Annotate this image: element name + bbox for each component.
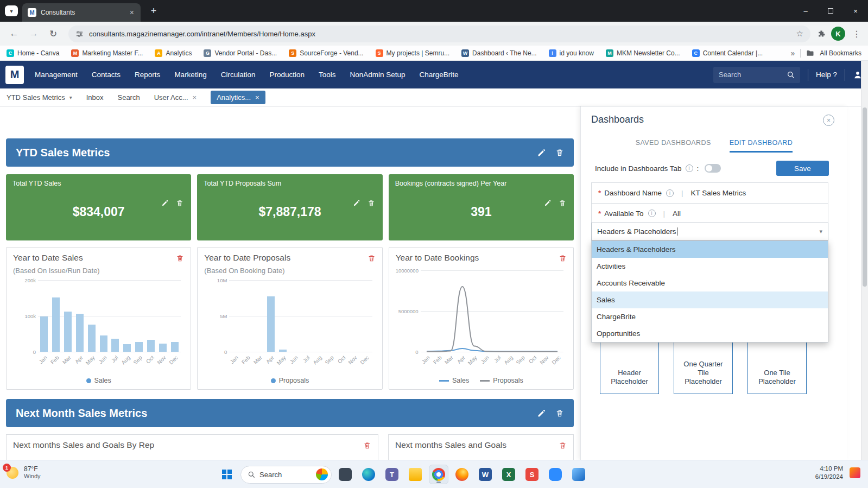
- tab-search-button[interactable]: ▾: [5, 5, 18, 16]
- nav-menu-item[interactable]: Production: [269, 71, 305, 79]
- bookmark-item[interactable]: C Content Calendar |...: [692, 49, 763, 57]
- delete-icon[interactable]: [559, 441, 567, 449]
- weather-widget[interactable]: 1 87°F Windy: [7, 465, 41, 480]
- legend-item[interactable]: Proposals: [271, 377, 309, 384]
- zoom[interactable]: [546, 465, 565, 484]
- field-value[interactable]: KT Sales Metrics: [691, 189, 746, 197]
- firefox[interactable]: [452, 465, 472, 484]
- windows-taskbar: 1 87°F Windy Search: [0, 460, 868, 488]
- field-value[interactable]: All: [673, 210, 681, 218]
- widget-search-combobox[interactable]: Headers & Placeholders ▾: [591, 223, 828, 240]
- tab-close-icon[interactable]: ×: [129, 8, 135, 17]
- tray-app-icon[interactable]: [850, 467, 860, 478]
- microsoft-edge[interactable]: [359, 465, 378, 484]
- app-blue-media[interactable]: [569, 465, 588, 484]
- info-icon[interactable]: i: [666, 189, 674, 197]
- extensions-icon[interactable]: [817, 29, 826, 38]
- scrollbar-thumb[interactable]: [863, 107, 867, 287]
- legend-item[interactable]: Proposals: [480, 377, 523, 384]
- new-tab-button[interactable]: +: [147, 5, 160, 17]
- tab-search[interactable]: Search: [117, 93, 140, 102]
- bookmark-item[interactable]: G Vendor Portal - Das...: [204, 49, 277, 57]
- info-icon[interactable]: i: [648, 210, 656, 217]
- nav-menu-item[interactable]: Contacts: [92, 71, 121, 79]
- address-bar[interactable]: consultants.magazinemanager.com/intranet…: [68, 26, 810, 42]
- save-button[interactable]: Save: [776, 161, 829, 176]
- info-icon[interactable]: i: [686, 164, 693, 172]
- dropdown-option[interactable]: Sales: [592, 291, 828, 308]
- nav-menu-item[interactable]: Marketing: [174, 71, 206, 79]
- bookmark-item[interactable]: C Home - Canva: [7, 49, 59, 57]
- dropdown-option[interactable]: Headers & Placeholders: [592, 241, 828, 258]
- profile-avatar[interactable]: K: [831, 27, 845, 41]
- delete-icon[interactable]: [555, 148, 564, 157]
- bookmark-item[interactable]: i id you know: [549, 49, 594, 57]
- page-scrollbar[interactable]: [861, 61, 868, 460]
- delete-icon[interactable]: [176, 254, 184, 262]
- nav-menu-item[interactable]: ChargeBrite: [420, 71, 459, 79]
- minimize-button[interactable]: –: [793, 0, 818, 22]
- site-info-icon[interactable]: [75, 30, 84, 38]
- bookmark-item[interactable]: S My projects | Semru...: [376, 49, 449, 57]
- microsoft-word[interactable]: W: [476, 465, 495, 484]
- taskbar-search[interactable]: Search: [240, 466, 332, 484]
- dropdown-option[interactable]: Accounts Receivable: [592, 275, 828, 291]
- dashboard-selector-tab[interactable]: YTD Sales Metrics ▾: [7, 93, 72, 102]
- start-button[interactable]: [217, 465, 237, 484]
- bookmark-item[interactable]: A Analytics: [155, 49, 192, 57]
- kpi-tile: Total YTD Proposals Sum $7,887,178: [197, 174, 382, 240]
- forward-button[interactable]: →: [25, 25, 42, 42]
- nav-menu-item[interactable]: Circulation: [221, 71, 256, 79]
- bookmarks-overflow-icon[interactable]: »: [791, 49, 795, 58]
- chevron-down-icon[interactable]: ▾: [819, 228, 822, 235]
- delete-icon[interactable]: [559, 254, 567, 262]
- dropdown-option[interactable]: Activities: [592, 258, 828, 275]
- delete-icon[interactable]: [368, 254, 376, 262]
- dropdown-option[interactable]: Opportunities: [592, 325, 828, 342]
- tab-saved-dashboards[interactable]: SAVED DASHBOARDS: [636, 139, 711, 153]
- tab-inbox[interactable]: Inbox: [86, 93, 104, 102]
- tab-analytics[interactable]: Analytics... ×: [211, 91, 265, 104]
- app-logo[interactable]: M: [5, 66, 24, 84]
- edit-icon[interactable]: [537, 148, 546, 157]
- back-button[interactable]: ←: [5, 25, 23, 42]
- legend-item[interactable]: Sales: [86, 377, 111, 384]
- microsoft-excel[interactable]: X: [499, 465, 518, 484]
- edit-icon[interactable]: [537, 409, 546, 418]
- maximize-button[interactable]: [818, 0, 843, 22]
- delete-icon[interactable]: [363, 441, 371, 449]
- panel-close-icon[interactable]: ×: [823, 115, 834, 126]
- nav-search-input[interactable]: Search: [713, 67, 800, 83]
- clock[interactable]: 4:10 PM 6/19/2024: [815, 465, 843, 481]
- bookmark-item[interactable]: M MKM Newsletter Co...: [606, 49, 680, 57]
- browser-tab[interactable]: M Consultants ×: [22, 3, 141, 22]
- bookmark-item[interactable]: W Dashboard ‹ The Ne...: [461, 49, 537, 57]
- bookmark-star-icon[interactable]: ☆: [796, 29, 803, 39]
- dropdown-option[interactable]: ChargeBrite: [592, 308, 828, 325]
- delete-icon[interactable]: [555, 409, 564, 417]
- include-toggle[interactable]: [705, 164, 721, 173]
- nav-menu-item[interactable]: Tools: [319, 71, 336, 79]
- file-explorer[interactable]: [406, 465, 425, 484]
- all-bookmarks-button[interactable]: All Bookmarks: [820, 49, 861, 57]
- nav-menu-item[interactable]: NonAdmin Setup: [350, 71, 406, 79]
- bookmark-item[interactable]: S SourceForge - Vend...: [289, 49, 363, 57]
- app-red-s[interactable]: S: [522, 465, 542, 484]
- google-chrome[interactable]: [429, 465, 448, 484]
- app-dark-window[interactable]: [335, 465, 355, 484]
- search-icon[interactable]: [787, 71, 795, 79]
- tab-close-icon[interactable]: ×: [255, 93, 259, 102]
- tab-close-icon[interactable]: ×: [193, 93, 197, 102]
- tab-edit-dashboard[interactable]: EDIT DASHBOARD: [730, 139, 793, 153]
- microsoft-teams[interactable]: T: [382, 465, 402, 484]
- search-highlights-icon[interactable]: [316, 468, 328, 480]
- close-window-button[interactable]: ×: [843, 0, 868, 22]
- refresh-button[interactable]: ↻: [45, 25, 62, 42]
- help-link[interactable]: Help ?: [816, 71, 837, 79]
- nav-menu-item[interactable]: Management: [35, 71, 78, 79]
- tab-user-accounts[interactable]: User Acc... ×: [154, 93, 197, 102]
- bookmark-item[interactable]: M Marketing Master F...: [71, 49, 143, 57]
- legend-item[interactable]: Sales: [439, 377, 469, 384]
- browser-menu-icon[interactable]: ⋮: [851, 29, 863, 39]
- nav-menu-item[interactable]: Reports: [135, 71, 160, 79]
